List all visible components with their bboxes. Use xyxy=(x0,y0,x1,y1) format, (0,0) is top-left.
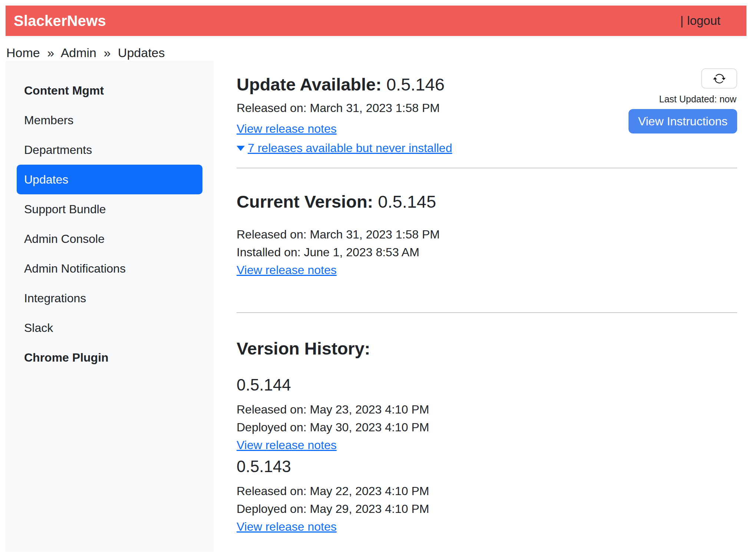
current-version-title: Current Version: 0.5.145 xyxy=(237,191,737,212)
sidebar-item-support-bundle[interactable]: Support Bundle xyxy=(17,194,202,224)
sidebar-item-chrome-plugin[interactable]: Chrome Plugin xyxy=(17,343,202,372)
history-release-notes-line: View release notes xyxy=(237,436,737,454)
update-release-notes-line: View release notes xyxy=(237,121,452,136)
current-version-number: 0.5.145 xyxy=(378,192,436,211)
refresh-icon xyxy=(713,72,726,85)
update-available-section: Update Available: 0.5.146 Released on: M… xyxy=(237,74,737,156)
current-version-label: Current Version: xyxy=(237,192,373,211)
sidebar-item-admin-console[interactable]: Admin Console xyxy=(17,224,202,254)
update-controls: Last Updated: now View Instructions xyxy=(614,68,737,134)
history-release-notes-link[interactable]: View release notes xyxy=(237,520,337,533)
history-deployed-on: Deployed on: May 29, 2023 4:10 PM xyxy=(237,500,737,518)
history-released-on: Released on: May 23, 2023 4:10 PM xyxy=(237,401,737,418)
history-deployed-on: Deployed on: May 30, 2023 4:10 PM xyxy=(237,418,737,436)
breadcrumb: Home » Admin » Updates xyxy=(6,36,746,61)
main-content: Update Available: 0.5.146 Released on: M… xyxy=(214,61,746,552)
pending-releases-toggle: 7 releases available but never installed xyxy=(237,140,452,156)
breadcrumb-separator: » xyxy=(47,46,54,60)
update-available-title: Update Available: 0.5.146 xyxy=(237,74,452,95)
logout-separator: | xyxy=(680,14,684,27)
breadcrumb-item-admin[interactable]: Admin xyxy=(61,46,96,60)
update-release-notes-link[interactable]: View release notes xyxy=(237,122,337,135)
breadcrumb-item-updates: Updates xyxy=(118,46,165,60)
breadcrumb-item-home[interactable]: Home xyxy=(6,46,40,60)
current-released-on: Released on: March 31, 2023 1:58 PM xyxy=(237,225,737,243)
sidebar-item-departments[interactable]: Departments xyxy=(17,135,202,165)
refresh-button[interactable] xyxy=(701,68,737,89)
page-layout: Content Mgmt Members Departments Updates… xyxy=(6,61,746,552)
sidebar-nav: Content Mgmt Members Departments Updates… xyxy=(6,76,214,372)
sidebar-item-integrations[interactable]: Integrations xyxy=(17,283,202,313)
sidebar-item-admin-notifications[interactable]: Admin Notifications xyxy=(17,254,202,283)
history-release-notes-link[interactable]: View release notes xyxy=(237,438,337,452)
sidebar-item-members[interactable]: Members xyxy=(17,105,202,135)
sidebar-item-content-mgmt[interactable]: Content Mgmt xyxy=(17,76,202,105)
logout-link[interactable]: logout xyxy=(687,14,720,27)
sidebar-item-slack[interactable]: Slack xyxy=(17,313,202,343)
app-header: SlackerNews |logout xyxy=(6,6,746,36)
update-available-version: 0.5.146 xyxy=(386,75,445,94)
update-available-info: Update Available: 0.5.146 Released on: M… xyxy=(237,74,452,156)
current-version-section: Current Version: 0.5.145 Released on: Ma… xyxy=(237,191,737,279)
logout-area: |logout xyxy=(680,14,721,28)
update-released-on: Released on: March 31, 2023 1:58 PM xyxy=(237,100,452,116)
current-release-notes-line: View release notes xyxy=(237,261,737,279)
section-divider xyxy=(237,312,737,313)
version-history-section: Version History: 0.5.144 Released on: Ma… xyxy=(237,338,737,536)
version-history-entry: 0.5.143 Released on: May 22, 2023 4:10 P… xyxy=(237,457,737,536)
version-history-title: Version History: xyxy=(237,338,737,359)
history-release-notes-line: View release notes xyxy=(237,518,737,536)
sidebar-item-updates[interactable]: Updates xyxy=(17,165,202,194)
section-divider xyxy=(237,168,737,168)
pending-releases-link[interactable]: 7 releases available but never installed xyxy=(248,141,452,155)
history-version-number: 0.5.144 xyxy=(237,375,737,395)
view-instructions-button[interactable]: View Instructions xyxy=(629,109,737,134)
sidebar: Content Mgmt Members Departments Updates… xyxy=(6,61,214,552)
breadcrumb-separator: » xyxy=(103,46,111,60)
current-installed-on: Installed on: June 1, 2023 8:53 AM xyxy=(237,243,737,261)
brand-logo[interactable]: SlackerNews xyxy=(14,13,106,29)
last-updated-label: Last Updated: now xyxy=(659,94,736,105)
current-release-notes-link[interactable]: View release notes xyxy=(237,263,337,277)
version-history-entry: 0.5.144 Released on: May 23, 2023 4:10 P… xyxy=(237,375,737,454)
history-released-on: Released on: May 22, 2023 4:10 PM xyxy=(237,482,737,500)
update-available-label: Update Available: xyxy=(237,75,382,94)
caret-down-icon[interactable] xyxy=(237,146,245,151)
history-version-number: 0.5.143 xyxy=(237,457,737,476)
